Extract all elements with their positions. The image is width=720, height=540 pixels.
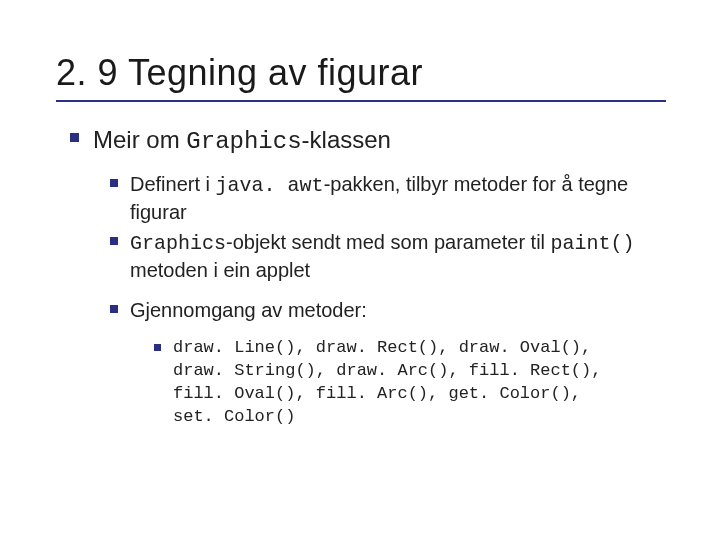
bullet-level-1: Meir om Graphics-klassen bbox=[70, 124, 670, 157]
square-bullet-icon bbox=[110, 237, 118, 245]
slide: 2. 9 Tegning av figurar Meir om Graphics… bbox=[0, 0, 720, 540]
bullet-text: Meir om Graphics-klassen bbox=[93, 124, 391, 157]
text-segment: Definert i bbox=[130, 173, 216, 195]
bullet-text: Gjennomgang av metoder: bbox=[130, 297, 367, 323]
text-segment: -objekt sendt med som parameter til bbox=[226, 231, 551, 253]
text-segment: Meir om bbox=[93, 126, 186, 153]
bullet-level-2: Graphics-objekt sendt med som parameter … bbox=[110, 229, 670, 283]
bullet-level-2: Gjennomgang av metoder: bbox=[110, 297, 670, 323]
code-segment: Graphics bbox=[186, 128, 301, 155]
code-segment: Graphics bbox=[130, 232, 226, 255]
text-segment: Gjennomgang av metoder: bbox=[130, 299, 367, 321]
code-list: draw. Line(), draw. Rect(), draw. Oval()… bbox=[173, 337, 613, 429]
text-segment: metoden i ein applet bbox=[130, 259, 310, 281]
bullet-text: Definert i java. awt-pakken, tilbyr meto… bbox=[130, 171, 670, 225]
square-bullet-icon bbox=[110, 179, 118, 187]
bullet-level-3: draw. Line(), draw. Rect(), draw. Oval()… bbox=[154, 337, 670, 429]
square-bullet-icon bbox=[70, 133, 79, 142]
slide-title: 2. 9 Tegning av figurar bbox=[56, 52, 670, 94]
title-underline bbox=[56, 100, 666, 102]
square-bullet-icon bbox=[154, 344, 161, 351]
bullet-level-2: Definert i java. awt-pakken, tilbyr meto… bbox=[110, 171, 670, 225]
bullet-text: Graphics-objekt sendt med som parameter … bbox=[130, 229, 670, 283]
code-segment: paint() bbox=[551, 232, 635, 255]
square-bullet-icon bbox=[110, 305, 118, 313]
code-segment: java. awt bbox=[216, 174, 324, 197]
text-segment: -klassen bbox=[302, 126, 391, 153]
